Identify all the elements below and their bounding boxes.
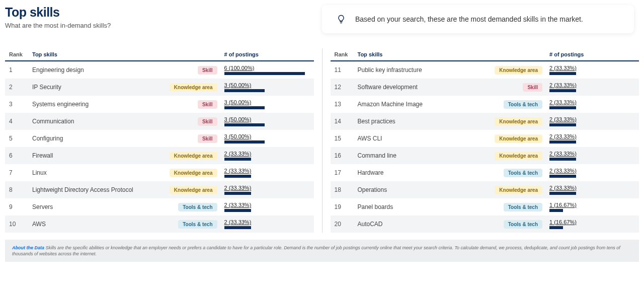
col-header-postings[interactable]: # of postings [224, 51, 310, 57]
postings-label[interactable]: 2 (33.33%) [549, 116, 635, 122]
skill-cell: FirewallKnowledge area [32, 152, 224, 160]
skill-name-text: Lightweight Directory Access Protocol [32, 186, 133, 193]
postings-label[interactable]: 2 (33.33%) [224, 202, 310, 208]
postings-cell: 2 (33.33%) [549, 185, 635, 195]
postings-bar [224, 89, 305, 92]
skill-cell: Panel boardsTools & tech [358, 203, 550, 211]
skill-name-text: AWS [32, 221, 46, 228]
skill-cell: LinuxKnowledge area [32, 169, 224, 177]
rank-cell: 4 [9, 118, 32, 125]
skill-tag: Knowledge area [495, 186, 542, 194]
postings-cell: 2 (33.33%) [549, 65, 635, 75]
rank-cell: 17 [335, 169, 358, 176]
postings-label[interactable]: 2 (33.33%) [549, 65, 635, 71]
postings-bar [549, 226, 630, 229]
table-row: 6FirewallKnowledge area2 (33.33%) [5, 147, 314, 164]
postings-bar [224, 175, 305, 178]
postings-bar [549, 140, 630, 144]
table-row: 3Systems engineeringSkill3 (50.00%) [5, 96, 314, 113]
col-header-rank[interactable]: Rank [9, 51, 32, 57]
col-header-skill[interactable]: Top skills [32, 51, 224, 57]
skill-name-text: Systems engineering [32, 101, 89, 108]
postings-label[interactable]: 2 (33.33%) [549, 151, 635, 157]
footer-disclaimer: About the Data Skills are the specific a… [5, 240, 639, 262]
postings-label[interactable]: 2 (33.33%) [224, 151, 310, 157]
postings-label[interactable]: 3 (50.00%) [224, 82, 310, 88]
rank-cell: 15 [335, 135, 358, 142]
rank-cell: 7 [9, 169, 32, 176]
postings-cell: 2 (33.33%) [549, 168, 635, 178]
skill-name-text: Amazon Machine Image [358, 101, 423, 108]
postings-label[interactable]: 6 (100.00%) [224, 65, 310, 71]
table-row: 9ServersTools & tech2 (33.33%) [5, 198, 314, 216]
col-header-skill[interactable]: Top skills [358, 51, 550, 57]
postings-cell: 3 (50.00%) [224, 82, 310, 92]
postings-cell: 3 (50.00%) [224, 116, 310, 126]
table-row: 18OperationsKnowledge area2 (33.33%) [331, 181, 639, 198]
skill-cell: AWS CLIKnowledge area [358, 134, 550, 143]
postings-label[interactable]: 2 (33.33%) [224, 185, 310, 191]
postings-cell: 2 (33.33%) [224, 202, 310, 212]
table-row: 5ConfiguringSkill3 (50.00%) [5, 130, 314, 147]
rank-cell: 12 [335, 84, 358, 91]
table-row: 14Best practicesKnowledge area2 (33.33%) [331, 113, 639, 130]
skill-name-text: Firewall [32, 152, 53, 159]
table-row: 2IP SecurityKnowledge area3 (50.00%) [5, 79, 314, 96]
skill-tag: Knowledge area [170, 152, 217, 160]
skill-cell: ServersTools & tech [32, 203, 224, 211]
postings-bar [549, 175, 630, 178]
about-data-link[interactable]: About the Data [12, 245, 44, 250]
skill-name-text: Hardware [358, 169, 384, 176]
postings-label[interactable]: 3 (50.00%) [224, 99, 310, 105]
table-row: 16Command lineKnowledge area2 (33.33%) [331, 147, 639, 164]
col-header-rank[interactable]: Rank [335, 51, 358, 57]
postings-label[interactable]: 2 (33.33%) [549, 168, 635, 174]
postings-cell: 2 (33.33%) [549, 99, 635, 109]
skill-tag: Skill [198, 66, 217, 75]
postings-label[interactable]: 2 (33.33%) [549, 133, 635, 139]
postings-bar [224, 140, 305, 144]
postings-bar [549, 106, 630, 109]
postings-cell: 2 (33.33%) [549, 116, 635, 126]
postings-bar [224, 123, 305, 126]
skill-tag: Tools & tech [504, 203, 542, 211]
rank-cell: 3 [9, 101, 32, 108]
col-header-postings[interactable]: # of postings [549, 51, 635, 57]
table-row: 10AWSTools & tech2 (33.33%) [5, 216, 314, 233]
postings-bar [549, 72, 630, 75]
postings-bar [549, 209, 630, 212]
skill-name-text: Panel boards [358, 203, 393, 210]
skill-tag: Tools & tech [504, 169, 542, 177]
skill-tag: Skill [523, 83, 542, 92]
rank-cell: 9 [9, 203, 32, 210]
table-row: 11Public key infrastructureKnowledge are… [331, 61, 639, 79]
skill-tag: Knowledge area [495, 117, 542, 126]
table-row: 8Lightweight Directory Access ProtocolKn… [5, 181, 314, 198]
table-row: 1Engineering designSkill6 (100.00%) [5, 61, 314, 79]
postings-label[interactable]: 2 (33.33%) [549, 99, 635, 105]
rank-cell: 10 [9, 221, 32, 228]
rank-cell: 18 [335, 186, 358, 193]
postings-label[interactable]: 2 (33.33%) [549, 82, 635, 88]
postings-cell: 2 (33.33%) [549, 151, 635, 161]
postings-label[interactable]: 2 (33.33%) [224, 219, 310, 225]
info-card: Based on your search, these are the most… [322, 5, 634, 33]
skill-cell: Engineering designSkill [32, 66, 224, 75]
postings-bar [224, 226, 305, 229]
postings-label[interactable]: 2 (33.33%) [224, 168, 310, 174]
rank-cell: 2 [9, 84, 32, 91]
skill-name-text: Best practices [358, 118, 395, 125]
postings-cell: 2 (33.33%) [224, 151, 310, 161]
postings-label[interactable]: 1 (16.67%) [549, 202, 635, 208]
page-subtitle: What are the most in-demand skills? [5, 22, 111, 29]
postings-label[interactable]: 3 (50.00%) [224, 116, 310, 122]
table-row: 15AWS CLIKnowledge area2 (33.33%) [331, 130, 639, 147]
postings-label[interactable]: 2 (33.33%) [549, 185, 635, 191]
postings-label[interactable]: 1 (16.67%) [549, 219, 635, 225]
postings-label[interactable]: 3 (50.00%) [224, 133, 310, 139]
rank-cell: 16 [335, 152, 358, 159]
skill-name-text: Operations [358, 186, 387, 193]
info-message: Based on your search, these are the most… [355, 15, 583, 23]
skill-name-text: IP Security [32, 84, 61, 91]
footer-text: Skills are the specific abilities or kno… [12, 245, 620, 256]
